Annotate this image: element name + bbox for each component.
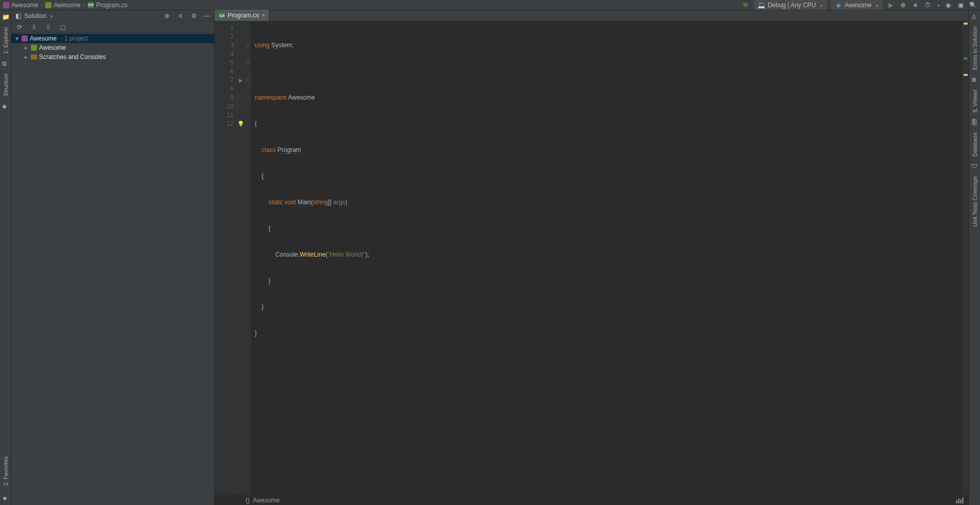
tree-solution-node[interactable]: ▾ Awesome · 1 project (11, 34, 214, 43)
tree-label: Scratches and Consoles (39, 53, 106, 61)
right-tool-strip: ⚠ Errors in Solution ≣ IL Viewer 🗄 Datab… (969, 10, 980, 505)
structure-icon[interactable]: ⧉ (2, 60, 9, 67)
attach-button[interactable]: ▣ (956, 1, 965, 9)
dotnet-icon: ◆ (835, 2, 842, 9)
sidebar-toolbar: ⟳ ⇩ ⇧ ▢ (11, 22, 214, 33)
left-tool-strip: 📁 1: Explorer ⧉ Structure ◈ 2: Favorites… (0, 10, 11, 505)
navigation-bar: Awesome › Awesome › C#Program.cs ⚒ 💻 Deb… (0, 0, 980, 10)
tree-scratches-node[interactable]: ▸ Scratches and Consoles (11, 52, 214, 62)
fold-toggle[interactable]: ⊟ (244, 76, 250, 85)
stop-button[interactable]: ■ (911, 1, 919, 9)
editor-tab[interactable]: C# Program.cs × (215, 10, 270, 21)
line-number-gutter: 123456789101112 (215, 22, 237, 495)
load-button[interactable]: ⇧ (44, 23, 52, 31)
error-stripe[interactable] (963, 22, 969, 495)
minimize-button[interactable]: — (203, 12, 211, 20)
favorites-tab[interactable]: 2: Favorites (2, 453, 10, 489)
project-icon (45, 2, 51, 8)
star-icon[interactable]: ★ (2, 495, 9, 502)
main-area: 📁 1: Explorer ⧉ Structure ◈ 2: Favorites… (0, 10, 980, 505)
configuration-label: Debug | Any CPU (768, 2, 816, 9)
chevron-down-icon (49, 12, 53, 20)
tree-label: Awesome (39, 44, 66, 51)
il-viewer-icon[interactable]: ≣ (971, 76, 978, 83)
sync-button[interactable]: ⟳ (15, 23, 24, 31)
expand-arrow-icon[interactable]: ▸ (24, 53, 29, 61)
csharp-file-icon: C# (88, 2, 94, 8)
explorer-icon[interactable]: 📁 (2, 13, 9, 21)
chevron-down-icon (874, 2, 878, 9)
errors-tab[interactable]: Errors in Solution (971, 24, 979, 73)
chevron-down-icon (819, 2, 823, 9)
breadcrumb-solution[interactable]: Awesome (3, 2, 38, 9)
solution-view-icon: ◧ (14, 12, 22, 20)
fold-toggle[interactable]: ⊟ (244, 41, 250, 50)
namespace-breadcrumb[interactable]: {}Awesome (246, 497, 280, 504)
errors-icon[interactable]: ⚠ (971, 13, 978, 21)
ok-marker[interactable] (964, 57, 968, 60)
run-target-dropdown[interactable]: ◆ Awesome (831, 1, 882, 10)
warning-marker[interactable] (964, 74, 968, 76)
tree-project-node[interactable]: ▸ Awesome (11, 43, 214, 52)
run-gutter: ▶ 💡 (237, 22, 244, 495)
solution-icon (22, 35, 28, 42)
configuration-dropdown[interactable]: 💻 Debug | Any CPU (754, 1, 827, 10)
locate-button[interactable]: ⊕ (163, 12, 171, 20)
chevron-down-icon[interactable] (936, 2, 940, 9)
folder-icon (31, 54, 37, 60)
settings-button[interactable]: ⚙ (190, 12, 198, 20)
database-icon[interactable]: 🗄 (971, 119, 978, 126)
project-icon (31, 45, 37, 51)
fold-gutter: ⊟⊟⊟ (244, 22, 251, 495)
code-map-icon[interactable] (956, 497, 964, 503)
chevron-right-icon: › (83, 2, 85, 9)
database-tab[interactable]: Database (971, 129, 979, 160)
expand-arrow-icon[interactable]: ▸ (24, 44, 29, 51)
warning-marker[interactable] (964, 23, 968, 25)
chevron-right-icon: › (41, 2, 43, 9)
breadcrumb-file[interactable]: C#Program.cs (88, 2, 127, 9)
search-button[interactable]: 🔍 (969, 1, 977, 9)
sidebar-header: ◧ Solution ⊕ ≡ ⚙ — (11, 10, 214, 22)
sidebar-header-actions: ⊕ ≡ ⚙ — (163, 12, 211, 20)
run-target-label: Awesome (845, 2, 872, 9)
laptop-icon: 💻 (758, 2, 765, 9)
tab-label: Program.cs (228, 12, 259, 19)
editor-breadcrumb-bar: {}Awesome (215, 495, 969, 505)
collapse-all-button[interactable]: ≡ (176, 12, 184, 20)
solution-tree: ▾ Awesome · 1 project ▸ Awesome ▸ Scratc… (11, 33, 214, 505)
sidebar-view-selector[interactable]: ◧ Solution (14, 12, 53, 20)
debug-button[interactable]: ⬢ (899, 1, 907, 9)
code-text[interactable]: using System; namespace Awesome { class … (251, 22, 963, 495)
solution-explorer: ◧ Solution ⊕ ≡ ⚙ — ⟳ ⇩ ⇧ ▢ ▾ Awesome · 1… (11, 10, 215, 505)
coverage-icon[interactable]: 🛡 (971, 163, 978, 170)
solution-icon (3, 2, 9, 8)
toolbar-right: ⚒ 💻 Debug | Any CPU ◆ Awesome ▶ ⬢ ■ ⏱ ◉ … (742, 1, 977, 10)
unit-tests-tab[interactable]: Unit Tests Coverage (971, 173, 979, 230)
il-viewer-tab[interactable]: IL Viewer (971, 86, 979, 115)
preview-button[interactable]: ▢ (59, 23, 67, 31)
sidebar-title: Solution (24, 12, 46, 20)
coverage-button[interactable]: ◉ (944, 1, 952, 9)
explorer-tab[interactable]: 1: Explorer (2, 24, 10, 57)
run-line-button[interactable]: ▶ (237, 76, 244, 85)
build-button[interactable]: ⚒ (742, 1, 750, 9)
code-editor[interactable]: 123456789101112 ▶ 💡 ⊟⊟⊟ using System; na… (215, 22, 969, 495)
editor-tab-bar: C# Program.cs × (215, 10, 969, 22)
run-button[interactable]: ▶ (887, 1, 895, 9)
breadcrumb: Awesome › Awesome › C#Program.cs (3, 2, 127, 9)
structure-tab[interactable]: Structure (2, 70, 10, 100)
breadcrumb-project[interactable]: Awesome (45, 2, 80, 9)
tree-label: Awesome (30, 35, 56, 42)
fold-toggle[interactable]: ⊟ (244, 59, 250, 67)
bookmark-icon[interactable]: ◈ (2, 103, 9, 110)
csharp-file-icon: C# (219, 12, 225, 18)
editor-pane: C# Program.cs × 123456789101112 ▶ 💡 ⊟⊟⊟ … (215, 10, 969, 505)
profile-button[interactable]: ⏱ (924, 1, 932, 9)
close-tab-button[interactable]: × (261, 12, 265, 19)
tree-meta: · 1 project (61, 35, 88, 42)
hint-bulb-icon[interactable]: 💡 (237, 120, 244, 128)
expand-arrow-icon[interactable]: ▾ (14, 35, 20, 42)
save-button[interactable]: ⇩ (30, 23, 38, 31)
